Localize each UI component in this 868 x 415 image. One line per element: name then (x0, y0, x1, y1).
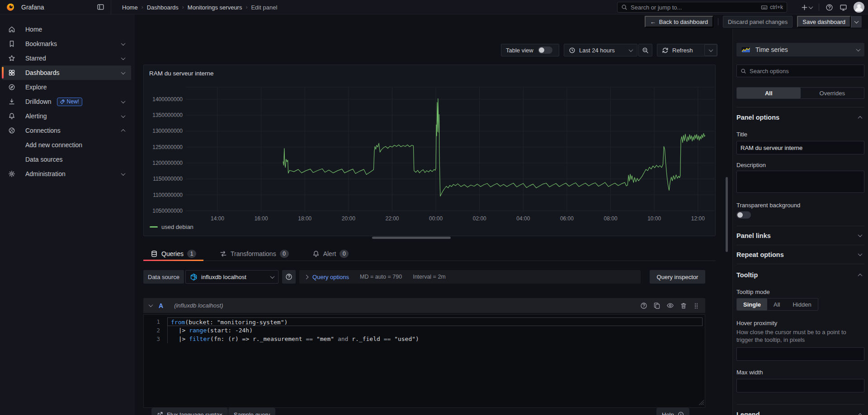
code-line[interactable]: 1from(bucket: "monitoring-system") (144, 317, 705, 326)
code-line[interactable]: 2 |> range(start: -24h) (144, 326, 705, 335)
sidebar-item-drilldown[interactable]: DrilldownNew! (2, 94, 131, 109)
sidebar-item-alerting[interactable]: Alerting (2, 109, 131, 123)
discard-panel-changes-button[interactable]: Discard panel changes (723, 16, 793, 28)
tab-alert[interactable]: Alert0 (305, 247, 356, 261)
datasource-label: Data source (143, 270, 184, 284)
x-axis-tick: 02:00 (473, 215, 486, 222)
help-button[interactable] (826, 4, 833, 11)
table-view-toggle[interactable] (538, 47, 552, 54)
delete-query-icon[interactable] (680, 302, 687, 309)
chevron-down-icon[interactable] (121, 171, 126, 176)
tooltip-mode-single[interactable]: Single (737, 298, 767, 310)
tab-count-badge: 1 (187, 250, 196, 258)
options-search-input[interactable] (750, 68, 860, 75)
bell-icon (312, 250, 320, 257)
back-to-dashboard-button[interactable]: ← Back to dashboard (645, 16, 713, 28)
panel-description-textarea[interactable] (736, 171, 864, 193)
datasource-help-button[interactable] (282, 270, 296, 284)
arrow-left-icon: ← (650, 19, 656, 25)
transparent-background-label: Transparent background (736, 202, 864, 209)
section-panel-links[interactable]: Panel links (736, 226, 864, 245)
drag-handle-icon[interactable] (693, 302, 699, 309)
breadcrumb-item[interactable]: Monitorings serveurs (188, 4, 242, 11)
max-width-input[interactable] (736, 379, 864, 392)
editor-resize-handle[interactable] (696, 398, 704, 406)
time-series-chart[interactable]: 1050000000110000000011500000001200000000… (144, 65, 715, 236)
tooltip-mode-all[interactable]: All (767, 298, 786, 310)
query-options-label: Query options (312, 274, 349, 280)
duplicate-query-icon[interactable] (653, 302, 660, 309)
breadcrumb-item[interactable]: Dashboards (147, 4, 179, 11)
transparent-background-toggle[interactable] (736, 211, 751, 219)
section-legend[interactable]: Legend (736, 408, 864, 415)
hover-proximity-input[interactable] (736, 347, 864, 361)
search-input[interactable]: Search or jump to... ctrl+k (617, 2, 787, 13)
sidebar-item-explore[interactable]: Explore (2, 80, 131, 94)
chevron-down-icon[interactable] (121, 70, 126, 75)
news-button[interactable] (840, 4, 847, 11)
sidebar-item-starred[interactable]: Starred (2, 51, 131, 65)
sidebar-item-bookmarks[interactable]: Bookmarks (2, 37, 131, 51)
toggle-visibility-icon[interactable] (666, 302, 674, 309)
sidebar-item-add-new-connection[interactable]: Add new connection (2, 138, 131, 152)
chevron-down-icon[interactable] (121, 113, 126, 118)
filter-tab-overrides[interactable]: Overrides (801, 88, 864, 98)
sidebar-item-connections[interactable]: Connections (2, 123, 131, 138)
section-tooltip[interactable]: Tooltip (736, 269, 864, 281)
breadcrumb-item[interactable]: Home (122, 4, 138, 11)
chart-legend[interactable]: used debian (150, 224, 193, 230)
visualization-picker[interactable]: Time series (736, 43, 864, 56)
filter-tab-all[interactable]: All (737, 88, 801, 98)
time-range-picker[interactable]: Last 24 hours (564, 44, 637, 56)
brand-name: Grafana (21, 4, 44, 11)
search-icon (741, 68, 746, 74)
chevron-down-icon[interactable] (121, 41, 126, 46)
sample-query-button[interactable]: Sample query (228, 408, 275, 415)
x-axis-tick: 18:00 (298, 215, 311, 222)
vertical-scrollbar[interactable] (726, 177, 728, 252)
chevron-down-icon[interactable] (121, 56, 126, 60)
chevron-down-icon (854, 19, 859, 23)
datasource-picker[interactable]: influxdb localhost (185, 270, 278, 284)
time-range-label: Last 24 hours (579, 47, 615, 54)
section-repeat-options[interactable]: Repeat options (736, 245, 864, 264)
query-inspector-button[interactable]: Query inspector (650, 270, 705, 284)
avatar[interactable] (854, 2, 864, 13)
refresh-interval-dropdown[interactable] (704, 44, 717, 56)
panel-title-input[interactable] (736, 141, 864, 154)
section-panel-options[interactable]: Panel options (736, 111, 864, 124)
tooltip-mode-hidden[interactable]: Hidden (786, 298, 817, 310)
refresh-button[interactable]: Refresh (657, 47, 704, 54)
horizontal-scrollbar[interactable] (372, 237, 451, 239)
code-line-content: |> range(start: -24h) (167, 326, 703, 335)
save-dashboard-button[interactable]: Save dashboard (797, 16, 851, 28)
collapse-query-icon[interactable] (149, 303, 153, 307)
dock-menu-icon[interactable] (97, 3, 104, 11)
query-ref-id[interactable]: A (159, 302, 163, 309)
tab-queries[interactable]: Queries1 (143, 247, 203, 261)
new-menu-button[interactable] (801, 4, 812, 11)
sidebar-item-home[interactable]: Home (2, 22, 131, 37)
sidebar-item-label: Data sources (25, 156, 62, 163)
tab-transformations[interactable]: Transformations0 (212, 247, 296, 261)
zoom-out-button[interactable] (638, 44, 652, 56)
query-help-button[interactable]: Help (656, 408, 689, 415)
query-options-bar[interactable]: Query options MD = auto = 790 Interval =… (299, 270, 641, 284)
sidebar-item-dashboards[interactable]: Dashboards (2, 65, 131, 80)
breadcrumb-separator: › (182, 4, 184, 10)
sidebar-item-administration[interactable]: Administration (2, 167, 131, 181)
refresh-label: Refresh (672, 47, 693, 54)
chevron-up-icon[interactable] (121, 129, 126, 133)
query-row-header[interactable]: A (influxdb localhost) (143, 298, 705, 313)
x-axis-tick: 16:00 (255, 215, 268, 222)
sidebar-item-data-sources[interactable]: Data sources (2, 152, 131, 167)
flux-code-editor[interactable]: 1from(bucket: "monitoring-system")2 |> r… (143, 314, 705, 408)
chevron-down-icon[interactable] (121, 99, 126, 103)
code-line[interactable]: 3 |> filter(fn: (r) => r._measurement ==… (144, 335, 705, 343)
query-help-icon[interactable] (640, 302, 647, 309)
breadcrumb-separator: › (245, 4, 247, 10)
options-search-field[interactable] (736, 65, 864, 77)
sidebar-item-label: Alerting (25, 112, 47, 120)
flux-syntax-link-button[interactable]: Flux language syntax (151, 408, 228, 415)
save-dashboard-dropdown[interactable] (851, 16, 862, 28)
